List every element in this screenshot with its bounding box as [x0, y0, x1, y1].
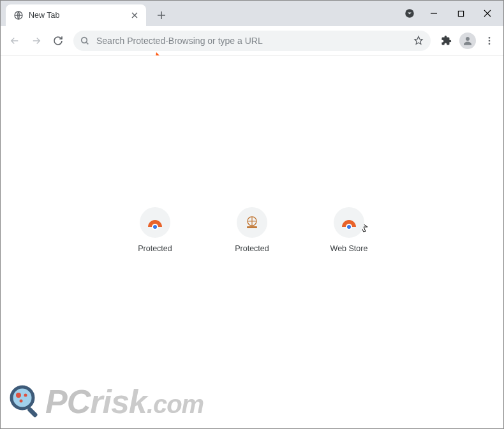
- media-control-icon[interactable]: [399, 1, 420, 25]
- search-icon: [80, 36, 90, 46]
- minimize-button[interactable]: [420, 1, 447, 25]
- svg-rect-12: [247, 226, 257, 228]
- shortcut-icon: [237, 207, 267, 238]
- svg-point-10: [153, 225, 157, 229]
- close-tab-button[interactable]: [130, 10, 140, 20]
- svg-point-6: [489, 40, 491, 41]
- svg-point-4: [466, 37, 470, 41]
- shortcut-label: Web Store: [330, 244, 368, 253]
- shortcut-icon: [334, 207, 364, 238]
- svg-point-18: [24, 394, 27, 397]
- shortcut-tile[interactable]: Web Store: [313, 207, 385, 253]
- watermark: PCrisk.com: [8, 384, 204, 419]
- window-controls: [399, 1, 503, 26]
- menu-button[interactable]: [479, 31, 500, 51]
- reload-button[interactable]: [48, 31, 68, 51]
- tab-title: New Tab: [29, 11, 59, 20]
- svg-point-5: [489, 37, 491, 39]
- svg-point-19: [20, 400, 23, 403]
- svg-point-16: [11, 387, 33, 409]
- close-window-button[interactable]: [474, 1, 501, 25]
- shortcut-icon: [140, 207, 170, 238]
- svg-rect-2: [458, 11, 463, 16]
- forward-button[interactable]: [26, 31, 47, 51]
- shortcut-tile[interactable]: Protected: [119, 207, 191, 253]
- browser-tab[interactable]: New Tab: [6, 4, 146, 26]
- svg-point-14: [347, 225, 351, 229]
- avatar-icon: [459, 33, 476, 49]
- shortcut-tile[interactable]: Protected: [216, 207, 288, 253]
- address-bar[interactable]: [73, 31, 431, 51]
- toolbar-right: [436, 31, 500, 51]
- svg-rect-20: [27, 407, 38, 418]
- magnifier-icon: [8, 384, 44, 419]
- watermark-text: PCrisk.com: [45, 385, 204, 418]
- profile-button[interactable]: [457, 31, 478, 51]
- shortcut-label: Protected: [138, 244, 172, 253]
- svg-point-7: [489, 43, 491, 45]
- maximize-button[interactable]: [447, 1, 474, 25]
- shortcuts-row: Protected Protected Web Store: [119, 207, 385, 253]
- tab-strip: New Tab: [1, 1, 170, 26]
- watermark-risk: risk: [90, 383, 147, 420]
- globe-icon: [13, 10, 24, 20]
- new-tab-button[interactable]: [152, 6, 170, 24]
- watermark-pc: PC: [45, 383, 90, 420]
- svg-point-15: [11, 387, 33, 409]
- bookmark-star-icon[interactable]: [413, 35, 424, 47]
- extensions-icon[interactable]: [436, 31, 456, 51]
- svg-point-3: [82, 37, 87, 43]
- toolbar: [1, 26, 503, 55]
- back-button[interactable]: [4, 31, 25, 51]
- new-tab-page: Protected Protected Web Store: [1, 55, 503, 428]
- watermark-com: .com: [147, 390, 204, 418]
- omnibox-input[interactable]: [96, 36, 406, 46]
- titlebar: New Tab: [1, 1, 503, 26]
- svg-point-17: [16, 393, 21, 398]
- shortcut-label: Protected: [235, 244, 269, 253]
